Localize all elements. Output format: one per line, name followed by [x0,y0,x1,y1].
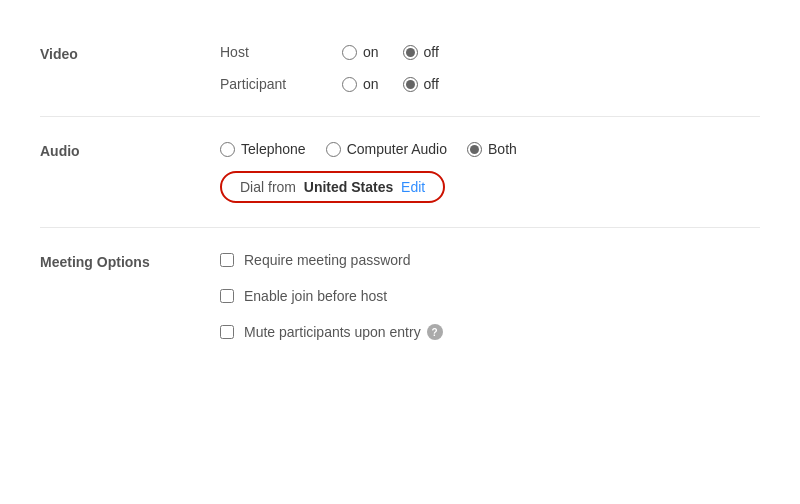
audio-content: Telephone Computer Audio Both Dial from … [220,141,760,203]
audio-options-row: Telephone Computer Audio Both [220,141,760,157]
audio-section: Audio Telephone Computer Audio Both [40,117,760,228]
host-on-label: on [363,44,379,60]
telephone-option[interactable]: Telephone [220,141,306,157]
mute-participants-row: Mute participants upon entry ? [220,324,760,340]
participant-off-option[interactable]: off [403,76,439,92]
video-section: Video Host on off Participant on [40,20,760,117]
host-label: Host [220,44,310,60]
dial-from-wrapper: Dial from United States Edit [220,171,445,203]
video-content: Host on off Participant on [220,44,760,92]
meeting-options-content: Require meeting password Enable join bef… [220,252,760,340]
mute-participants-label[interactable]: Mute participants upon entry ? [244,324,443,340]
computer-audio-label: Computer Audio [347,141,447,157]
enable-join-label[interactable]: Enable join before host [244,288,387,304]
dial-from-text: Dial from United States [240,179,393,195]
enable-join-checkbox[interactable] [220,289,234,303]
audio-label: Audio [40,141,220,159]
edit-link[interactable]: Edit [401,179,425,195]
both-radio[interactable] [467,142,482,157]
dial-from-country: United States [304,179,393,195]
meeting-options-section: Meeting Options Require meeting password… [40,228,760,364]
meeting-options-label: Meeting Options [40,252,220,270]
participant-off-label: off [424,76,439,92]
telephone-label: Telephone [241,141,306,157]
participant-off-radio[interactable] [403,77,418,92]
host-on-option[interactable]: on [342,44,379,60]
mute-participants-checkbox[interactable] [220,325,234,339]
host-off-radio[interactable] [403,45,418,60]
computer-audio-option[interactable]: Computer Audio [326,141,447,157]
enable-join-row: Enable join before host [220,288,760,304]
participant-on-option[interactable]: on [342,76,379,92]
enable-join-text: Enable join before host [244,288,387,304]
host-off-option[interactable]: off [403,44,439,60]
host-on-radio[interactable] [342,45,357,60]
computer-audio-radio[interactable] [326,142,341,157]
mute-participants-text: Mute participants upon entry [244,324,421,340]
mute-info-icon[interactable]: ? [427,324,443,340]
require-password-label[interactable]: Require meeting password [244,252,411,268]
require-password-text: Require meeting password [244,252,411,268]
telephone-radio[interactable] [220,142,235,157]
both-label: Both [488,141,517,157]
participant-on-label: on [363,76,379,92]
participant-row: Participant on off [220,76,760,92]
require-password-row: Require meeting password [220,252,760,268]
both-option[interactable]: Both [467,141,517,157]
participant-label: Participant [220,76,310,92]
participant-on-radio[interactable] [342,77,357,92]
video-label: Video [40,44,220,62]
dial-from-prefix: Dial from [240,179,296,195]
host-row: Host on off [220,44,760,60]
settings-container: Video Host on off Participant on [0,0,800,384]
require-password-checkbox[interactable] [220,253,234,267]
host-off-label: off [424,44,439,60]
